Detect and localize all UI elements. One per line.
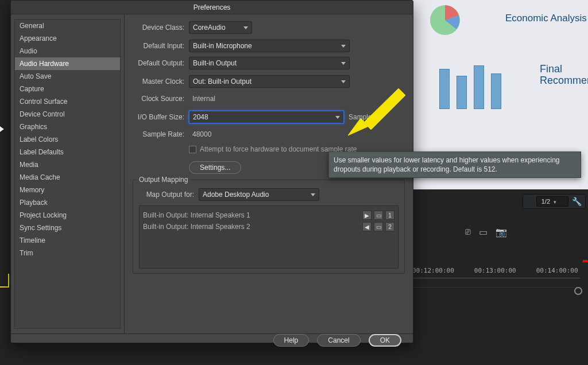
channel-number[interactable]: 2 — [385, 222, 394, 231]
timeline-cti — [583, 260, 587, 262]
sidebar-item-device-control[interactable]: Device Control — [15, 108, 120, 121]
route-icon[interactable]: ▭ — [374, 222, 383, 231]
sidebar-item-capture[interactable]: Capture — [15, 83, 120, 95]
slide-sub1: Final — [540, 63, 562, 75]
default-output-label: Default Output: — [133, 59, 184, 67]
map-output-select[interactable]: Adobe Desktop Audio — [199, 188, 319, 201]
cancel-button[interactable]: Cancel — [317, 334, 360, 347]
io-buffer-label: I/O Buffer Size: — [133, 113, 184, 121]
sidebar-item-control-surface[interactable]: Control Surface — [15, 95, 120, 108]
sidebar-item-label-colors[interactable]: Label Colors — [15, 133, 120, 146]
dialog-title: Preferences — [11, 1, 413, 14]
timecode: 00:14:00:00 — [536, 267, 578, 274]
sidebar-item-appearance[interactable]: Appearance — [15, 32, 120, 45]
zoom-toolbar: 1/2 🔧 — [523, 194, 586, 209]
output-mapping-list: Built-in Output: Internal Speakers 1 ▶ ▭… — [139, 205, 399, 269]
sidebar-item-timeline[interactable]: Timeline — [15, 234, 120, 247]
timeline-track[interactable] — [412, 287, 580, 288]
svg-marker-2 — [364, 88, 405, 130]
output-row: Built-in Output: Internal Speakers 1 ▶ ▭… — [143, 209, 394, 221]
slide-sub2: Recommend — [540, 75, 588, 87]
master-clock-label: Master Clock: — [133, 77, 184, 86]
sidebar-item-memory[interactable]: Memory — [15, 184, 120, 196]
timecode: 00:13:00:00 — [474, 267, 516, 274]
dialog-footer: Help Cancel OK — [11, 333, 413, 347]
clip-icon[interactable]: ▭ — [479, 227, 488, 238]
sample-rate-label: Sample Rate: — [133, 130, 184, 138]
sidebar-item-general[interactable]: General — [15, 20, 120, 32]
sidebar-item-graphics[interactable]: Graphics — [15, 121, 120, 133]
ok-button[interactable]: OK — [369, 334, 401, 347]
io-buffer-select[interactable]: 2048 — [189, 111, 344, 123]
sidebar-item-label-defaults[interactable]: Label Defaults — [15, 146, 120, 158]
output-row-text: Built-in Output: Internal Speakers 2 — [143, 223, 250, 231]
help-button[interactable]: Help — [273, 334, 310, 347]
cursor-icon — [0, 126, 8, 138]
io-buffer-tooltip: Use smaller values for lower latency and… — [328, 152, 581, 178]
slide-title: Economic Analysis — [505, 13, 587, 24]
sidebar-item-media-cache[interactable]: Media Cache — [15, 171, 120, 184]
device-class-label: Device Class: — [133, 24, 184, 32]
pie-chart-icon — [428, 3, 462, 37]
preferences-sidebar: GeneralAppearanceAudioAudio HardwareAuto… — [11, 14, 125, 333]
output-mapping-group: Output Mapping Map Output for: Adobe Des… — [133, 180, 405, 274]
camera-icon[interactable]: 📷 — [496, 227, 507, 238]
timeline-in-marker — [0, 274, 9, 288]
output-mapping-legend: Output Mapping — [137, 176, 190, 184]
mute-icon[interactable]: ◀ — [362, 222, 372, 231]
sidebar-item-audio-hardware[interactable]: Audio Hardware — [15, 57, 120, 70]
output-row-text: Built-in Output: Internal Speakers 1 — [143, 211, 250, 219]
timecode: 00:12:00:00 — [412, 267, 454, 274]
master-clock-select[interactable]: Out: Built-in Output — [189, 75, 350, 88]
timeline-ruler[interactable] — [412, 278, 580, 278]
sidebar-item-trim[interactable]: Trim — [15, 247, 120, 259]
sample-rate-value: 48000 — [189, 128, 211, 141]
default-input-select[interactable]: Built-in Microphone — [189, 40, 350, 52]
marker-icon[interactable]: ⎚ — [465, 227, 471, 238]
output-row: Built-in Output: Internal Speakers 2 ◀ ▭… — [143, 221, 394, 232]
sidebar-item-playback[interactable]: Playback — [15, 196, 120, 209]
bar-chart-icon — [439, 63, 501, 109]
device-class-select[interactable]: CoreAudio — [189, 21, 252, 34]
map-output-label: Map Output for: — [139, 191, 194, 199]
timeline-knob[interactable] — [574, 287, 582, 295]
timeline-timecodes: 00:12:00:00 00:13:00:00 00:14:00:00 — [412, 267, 578, 274]
sidebar-item-audio[interactable]: Audio — [15, 45, 120, 57]
channel-number[interactable]: 1 — [385, 211, 394, 220]
panel-icons: ⎚ ▭ 📷 — [465, 227, 507, 238]
annotation-arrow — [341, 85, 410, 154]
clock-source-value: Internal — [189, 92, 215, 105]
zoom-select[interactable]: 1/2 — [536, 196, 568, 207]
default-input-label: Default Input: — [133, 42, 184, 50]
clock-source-label: Clock Source: — [133, 95, 184, 103]
checkbox-box[interactable] — [189, 146, 196, 153]
settings-button[interactable]: Settings... — [189, 161, 241, 174]
route-icon[interactable]: ▭ — [374, 211, 383, 220]
sidebar-item-project-locking[interactable]: Project Locking — [15, 209, 120, 222]
sidebar-item-sync-settings[interactable]: Sync Settings — [15, 222, 120, 234]
wrench-icon[interactable]: 🔧 — [572, 197, 582, 206]
speaker-icon[interactable]: ▶ — [362, 211, 372, 220]
sidebar-item-media[interactable]: Media — [15, 158, 120, 171]
default-output-select[interactable]: Built-in Output — [189, 57, 350, 69]
sidebar-item-auto-save[interactable]: Auto Save — [15, 70, 120, 83]
